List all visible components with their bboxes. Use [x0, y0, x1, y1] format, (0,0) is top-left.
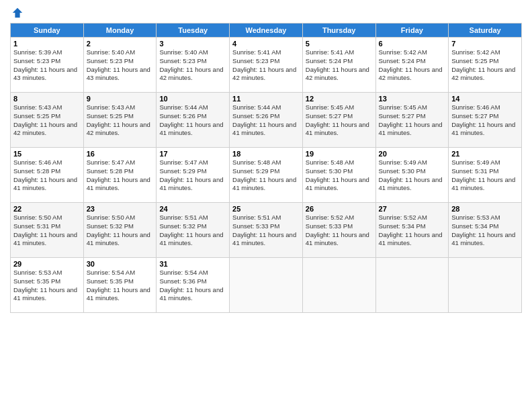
day-number: 31 — [159, 260, 226, 268]
day-info: Sunrise: 5:52 AMSunset: 5:33 PMDaylight:… — [306, 214, 369, 246]
calendar-cell — [375, 258, 449, 313]
calendar-cell: 12 Sunrise: 5:45 AMSunset: 5:27 PMDaylig… — [302, 93, 375, 148]
calendar-cell: 11 Sunrise: 5:44 AMSunset: 5:26 PMDaylig… — [230, 93, 303, 148]
dow-header: Sunday — [11, 24, 84, 38]
day-number: 13 — [379, 95, 446, 103]
calendar-cell: 18 Sunrise: 5:48 AMSunset: 5:29 PMDaylig… — [230, 148, 303, 203]
page: SundayMondayTuesdayWednesdayThursdayFrid… — [0, 0, 532, 411]
day-number: 30 — [87, 260, 154, 268]
day-number: 19 — [306, 150, 373, 158]
day-info: Sunrise: 5:44 AMSunset: 5:26 PMDaylight:… — [232, 103, 296, 136]
calendar-week-row: 1 Sunrise: 5:39 AMSunset: 5:23 PMDayligh… — [11, 38, 522, 93]
day-number: 9 — [87, 95, 154, 103]
day-number: 24 — [159, 205, 226, 213]
calendar-cell: 15 Sunrise: 5:46 AMSunset: 5:28 PMDaylig… — [11, 148, 84, 203]
calendar-cell: 25 Sunrise: 5:51 AMSunset: 5:33 PMDaylig… — [230, 203, 303, 258]
logo — [10, 7, 24, 19]
day-info: Sunrise: 5:41 AMSunset: 5:23 PMDaylight:… — [232, 48, 296, 81]
day-info: Sunrise: 5:42 AMSunset: 5:24 PMDaylight:… — [379, 48, 443, 81]
day-info: Sunrise: 5:52 AMSunset: 5:34 PMDaylight:… — [379, 214, 443, 246]
day-number: 6 — [379, 40, 446, 48]
calendar-cell: 2 Sunrise: 5:40 AMSunset: 5:23 PMDayligh… — [83, 38, 157, 93]
dow-header: Wednesday — [230, 24, 303, 38]
svg-marker-0 — [13, 8, 22, 17]
calendar-cell: 22 Sunrise: 5:50 AMSunset: 5:31 PMDaylig… — [11, 203, 84, 258]
calendar-cell: 9 Sunrise: 5:43 AMSunset: 5:25 PMDayligh… — [83, 93, 157, 148]
day-info: Sunrise: 5:45 AMSunset: 5:27 PMDaylight:… — [306, 103, 369, 136]
day-number: 16 — [87, 150, 154, 158]
day-info: Sunrise: 5:51 AMSunset: 5:33 PMDaylight:… — [232, 214, 296, 246]
day-info: Sunrise: 5:46 AMSunset: 5:28 PMDaylight:… — [13, 158, 77, 191]
dow-header: Thursday — [302, 24, 375, 38]
day-number: 10 — [159, 95, 226, 103]
calendar-cell: 10 Sunrise: 5:44 AMSunset: 5:26 PMDaylig… — [157, 93, 230, 148]
day-info: Sunrise: 5:54 AMSunset: 5:36 PMDaylight:… — [159, 269, 223, 302]
day-info: Sunrise: 5:40 AMSunset: 5:23 PMDaylight:… — [159, 48, 223, 81]
calendar-cell — [449, 258, 522, 313]
day-number: 17 — [159, 150, 226, 158]
calendar-cell: 1 Sunrise: 5:39 AMSunset: 5:23 PMDayligh… — [11, 38, 84, 93]
calendar-cell — [230, 258, 303, 313]
day-number: 21 — [451, 150, 519, 158]
day-info: Sunrise: 5:53 AMSunset: 5:35 PMDaylight:… — [13, 269, 77, 302]
day-info: Sunrise: 5:54 AMSunset: 5:35 PMDaylight:… — [87, 269, 150, 302]
calendar-cell: 6 Sunrise: 5:42 AMSunset: 5:24 PMDayligh… — [375, 38, 449, 93]
calendar-cell: 16 Sunrise: 5:47 AMSunset: 5:28 PMDaylig… — [83, 148, 157, 203]
day-number: 14 — [451, 95, 519, 103]
day-info: Sunrise: 5:50 AMSunset: 5:31 PMDaylight:… — [13, 214, 77, 246]
calendar-cell: 8 Sunrise: 5:43 AMSunset: 5:25 PMDayligh… — [11, 93, 84, 148]
days-of-week-row: SundayMondayTuesdayWednesdayThursdayFrid… — [11, 24, 522, 38]
day-number: 11 — [232, 95, 300, 103]
day-number: 28 — [451, 205, 519, 213]
calendar-cell: 30 Sunrise: 5:54 AMSunset: 5:35 PMDaylig… — [83, 258, 157, 313]
day-info: Sunrise: 5:48 AMSunset: 5:30 PMDaylight:… — [306, 158, 369, 191]
day-info: Sunrise: 5:41 AMSunset: 5:24 PMDaylight:… — [306, 48, 369, 81]
dow-header: Monday — [83, 24, 157, 38]
calendar-week-row: 29 Sunrise: 5:53 AMSunset: 5:35 PMDaylig… — [11, 258, 522, 313]
calendar-cell: 13 Sunrise: 5:45 AMSunset: 5:27 PMDaylig… — [375, 93, 449, 148]
calendar-cell: 4 Sunrise: 5:41 AMSunset: 5:23 PMDayligh… — [230, 38, 303, 93]
calendar-week-row: 22 Sunrise: 5:50 AMSunset: 5:31 PMDaylig… — [11, 203, 522, 258]
day-info: Sunrise: 5:46 AMSunset: 5:27 PMDaylight:… — [451, 103, 515, 136]
day-number: 29 — [13, 260, 81, 268]
calendar-cell: 24 Sunrise: 5:51 AMSunset: 5:32 PMDaylig… — [157, 203, 230, 258]
calendar-cell: 27 Sunrise: 5:52 AMSunset: 5:34 PMDaylig… — [375, 203, 449, 258]
day-number: 26 — [306, 205, 373, 213]
calendar-cell: 7 Sunrise: 5:42 AMSunset: 5:25 PMDayligh… — [449, 38, 522, 93]
day-info: Sunrise: 5:47 AMSunset: 5:29 PMDaylight:… — [159, 158, 223, 191]
header — [10, 7, 522, 19]
day-info: Sunrise: 5:43 AMSunset: 5:25 PMDaylight:… — [13, 103, 77, 136]
day-number: 25 — [232, 205, 300, 213]
calendar-week-row: 15 Sunrise: 5:46 AMSunset: 5:28 PMDaylig… — [11, 148, 522, 203]
day-number: 8 — [13, 95, 81, 103]
calendar-cell: 17 Sunrise: 5:47 AMSunset: 5:29 PMDaylig… — [157, 148, 230, 203]
day-number: 27 — [379, 205, 446, 213]
day-info: Sunrise: 5:45 AMSunset: 5:27 PMDaylight:… — [379, 103, 443, 136]
dow-header: Saturday — [449, 24, 522, 38]
calendar-cell: 20 Sunrise: 5:49 AMSunset: 5:30 PMDaylig… — [375, 148, 449, 203]
calendar-cell: 19 Sunrise: 5:48 AMSunset: 5:30 PMDaylig… — [302, 148, 375, 203]
calendar-cell: 31 Sunrise: 5:54 AMSunset: 5:36 PMDaylig… — [157, 258, 230, 313]
day-info: Sunrise: 5:40 AMSunset: 5:23 PMDaylight:… — [87, 48, 150, 81]
calendar-body: 1 Sunrise: 5:39 AMSunset: 5:23 PMDayligh… — [11, 38, 522, 313]
day-number: 1 — [13, 40, 81, 48]
day-number: 18 — [232, 150, 300, 158]
day-info: Sunrise: 5:43 AMSunset: 5:25 PMDaylight:… — [87, 103, 150, 136]
day-number: 15 — [13, 150, 81, 158]
day-number: 23 — [87, 205, 154, 213]
day-number: 5 — [306, 40, 373, 48]
logo-icon — [11, 7, 24, 19]
day-number: 20 — [379, 150, 446, 158]
calendar-week-row: 8 Sunrise: 5:43 AMSunset: 5:25 PMDayligh… — [11, 93, 522, 148]
calendar-cell: 21 Sunrise: 5:49 AMSunset: 5:31 PMDaylig… — [449, 148, 522, 203]
calendar-cell — [302, 258, 375, 313]
calendar-cell: 28 Sunrise: 5:53 AMSunset: 5:34 PMDaylig… — [449, 203, 522, 258]
day-number: 7 — [451, 40, 519, 48]
day-number: 12 — [306, 95, 373, 103]
day-info: Sunrise: 5:50 AMSunset: 5:32 PMDaylight:… — [87, 214, 150, 246]
day-info: Sunrise: 5:39 AMSunset: 5:23 PMDaylight:… — [13, 48, 77, 81]
day-info: Sunrise: 5:53 AMSunset: 5:34 PMDaylight:… — [451, 214, 515, 246]
day-number: 2 — [87, 40, 154, 48]
day-info: Sunrise: 5:42 AMSunset: 5:25 PMDaylight:… — [451, 48, 515, 81]
calendar-cell: 3 Sunrise: 5:40 AMSunset: 5:23 PMDayligh… — [157, 38, 230, 93]
